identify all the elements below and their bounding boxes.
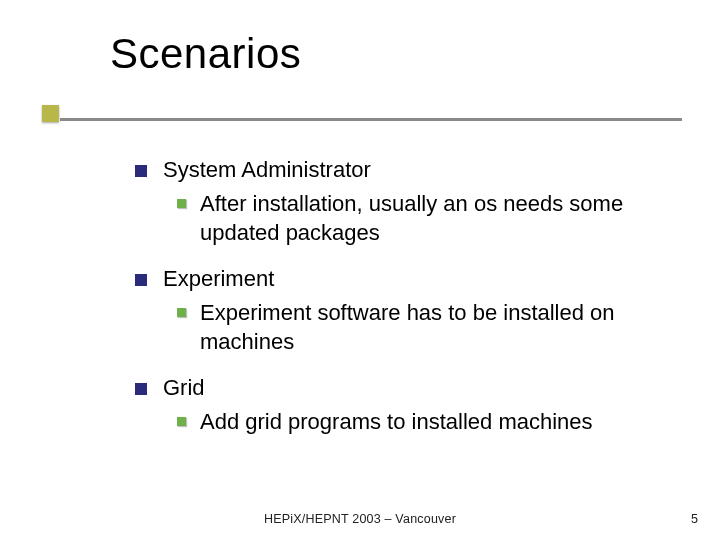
- square-bullet-icon: [177, 308, 186, 317]
- list-item: System Administrator After installation,…: [135, 155, 670, 248]
- sub-list-item-text: After installation, usually an os needs …: [200, 189, 670, 248]
- page-number: 5: [691, 512, 698, 526]
- sub-list-item: After installation, usually an os needs …: [177, 189, 670, 248]
- footer-text: HEPiX/HEPNT 2003 – Vancouver: [0, 512, 720, 526]
- list-item-header: Experiment: [135, 264, 670, 294]
- sub-list-item-text: Experiment software has to be installed …: [200, 298, 670, 357]
- sub-list-item-text: Add grid programs to installed machines: [200, 407, 670, 437]
- sub-list-item: Experiment software has to be installed …: [177, 298, 670, 357]
- sub-list-item: Add grid programs to installed machines: [177, 407, 670, 437]
- list-item-header: Grid: [135, 373, 670, 403]
- square-bullet-icon: [177, 199, 186, 208]
- list-item-label: Grid: [163, 373, 205, 403]
- list-item: Grid Add grid programs to installed mach…: [135, 373, 670, 436]
- square-bullet-icon: [135, 165, 147, 177]
- square-bullet-icon: [135, 274, 147, 286]
- list-item-header: System Administrator: [135, 155, 670, 185]
- list-item: Experiment Experiment software has to be…: [135, 264, 670, 357]
- square-bullet-icon: [177, 417, 186, 426]
- accent-square-icon: [42, 105, 59, 122]
- content-area: System Administrator After installation,…: [135, 155, 670, 453]
- slide: Scenarios System Administrator After ins…: [0, 0, 720, 540]
- title-underline: [60, 118, 682, 121]
- square-bullet-icon: [135, 383, 147, 395]
- slide-title: Scenarios: [110, 30, 301, 78]
- list-item-label: Experiment: [163, 264, 274, 294]
- list-item-label: System Administrator: [163, 155, 371, 185]
